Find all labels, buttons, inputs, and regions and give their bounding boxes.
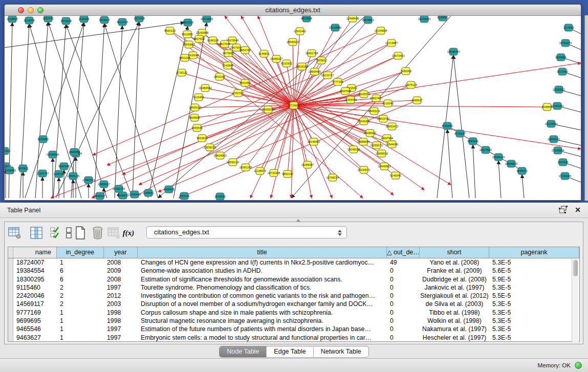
graph-node[interactable]: 14569117 (189, 104, 201, 111)
cell-in_degree[interactable]: 2 (57, 292, 104, 300)
graph-node[interactable]: 1622741 (42, 16, 53, 22)
network-window-titlebar[interactable]: citations_edges.txt (5, 5, 581, 16)
graph-node[interactable]: 1145190 (53, 170, 64, 178)
cell-out_degree[interactable]: 0 (387, 267, 420, 275)
cell-out_degree[interactable]: 0 (387, 309, 420, 317)
graph-node[interactable]: 9397548 (58, 163, 69, 170)
graph-node[interactable]: 12658125 (204, 144, 216, 151)
graph-node[interactable]: 1619433 (214, 193, 225, 200)
graph-node[interactable]: 9852140 (282, 170, 293, 178)
table-header-row[interactable]: namein_degreeyeartitle△ out_de…shortpage… (8, 247, 579, 258)
graph-node[interactable]: 17016504 (552, 147, 564, 154)
graph-node[interactable]: 2630690 (37, 136, 48, 143)
float-panel-icon[interactable] (559, 206, 568, 214)
cell-pagerank[interactable]: 5.3E-5 (489, 283, 579, 292)
cell-name[interactable]: 18300295 (13, 275, 57, 283)
graph-node[interactable]: 9875685 (223, 50, 233, 57)
graph-node[interactable]: 19384554 (199, 84, 211, 92)
graph-node[interactable]: 9699695 (189, 114, 200, 121)
graph-node[interactable]: 9245040 (390, 172, 401, 179)
graph-node[interactable]: 15824563 (214, 152, 226, 159)
table-row[interactable]: 977716911998Corpus callosum shape and si… (8, 309, 579, 317)
graph-node[interactable]: 3915911 (17, 165, 28, 172)
graph-node[interactable]: 15049230 (347, 146, 360, 153)
cell-name[interactable]: 22420046 (13, 292, 57, 300)
graph-node[interactable]: 11156863 (5, 167, 16, 174)
graph-node[interactable]: 8220301 (281, 60, 292, 67)
cell-title[interactable]: Estimation of significance thresholds fo… (138, 275, 387, 283)
table-settings-icon[interactable] (8, 226, 22, 240)
cell-in_degree[interactable]: 2 (57, 283, 104, 292)
column-header-pagerank[interactable]: pagerank (489, 247, 579, 258)
new-document-icon[interactable] (73, 226, 88, 240)
graph-node[interactable]: 2133805 (7, 16, 17, 23)
table-columns-icon[interactable] (29, 226, 43, 240)
graph-node[interactable]: 16961758 (306, 50, 318, 57)
graph-node[interactable]: 8605915 (117, 192, 128, 199)
graph-node[interactable]: 17104345 (559, 172, 571, 180)
graph-node[interactable]: 16154838 (375, 27, 387, 34)
graph-node[interactable]: 9827503 (193, 35, 204, 42)
table-row[interactable]: 911546021997Tourette syndrome. Phenomeno… (8, 283, 579, 292)
graph-node[interactable]: 10590120 (227, 159, 239, 166)
cell-year[interactable]: 1997 (104, 334, 138, 341)
cell-short[interactable]: Franke et al. (2009) (420, 267, 489, 275)
graph-node[interactable]: 7857224 (182, 19, 193, 26)
graph-node[interactable]: 17957253 (82, 177, 95, 184)
cell-pagerank[interactable]: 5.3E-5 (489, 325, 579, 333)
graph-node[interactable]: 12342757 (36, 170, 49, 177)
graph-node[interactable]: 18953472 (386, 123, 398, 130)
cell-in_degree[interactable]: 2 (57, 300, 104, 308)
graph-edge[interactable] (210, 105, 294, 147)
graph-node[interactable]: 8960123 (164, 27, 175, 34)
cell-year[interactable]: 1998 (104, 317, 138, 325)
graph-node[interactable]: 1125335 (78, 16, 89, 23)
cell-name[interactable]: 9699695 (13, 317, 57, 325)
graph-edge[interactable] (5, 23, 184, 48)
cell-short[interactable]: de Silva et al. (2003) (420, 300, 489, 308)
graph-node[interactable]: 12444150 (551, 102, 563, 110)
graph-node[interactable]: 16194672 (358, 166, 370, 173)
table-row[interactable]: 946554611997Estimation of the future num… (8, 325, 579, 333)
cell-name[interactable]: 18724007 (13, 258, 57, 267)
graph-node[interactable]: 16033809 (201, 16, 213, 23)
graph-node[interactable]: 16289357 (301, 161, 314, 168)
graph-node[interactable]: 18640910 (287, 38, 299, 46)
graph-edge[interactable] (522, 174, 524, 198)
graph-node[interactable]: 1167530 (557, 159, 568, 166)
cell-out_degree[interactable]: 0 (387, 334, 420, 341)
graph-node[interactable]: 14731908 (268, 169, 280, 177)
cell-name[interactable]: 14569117 (13, 300, 57, 308)
graph-node[interactable]: 9827548 (219, 40, 230, 48)
cell-pagerank[interactable]: 5.9E-5 (489, 275, 579, 283)
graph-node[interactable]: 10945903 (378, 163, 390, 170)
graph-node[interactable]: 9465627 (411, 97, 422, 104)
column-header-in_degree[interactable]: in_degree (57, 247, 104, 258)
tab-network-table[interactable]: Network Table (314, 346, 368, 357)
select-columns-icon[interactable] (49, 226, 63, 240)
cell-out_degree[interactable]: 0 (387, 275, 420, 283)
graph-node[interactable]: 6497568 (340, 87, 351, 95)
cell-in_degree[interactable]: 1 (57, 334, 104, 341)
cell-title[interactable]: Changes of HCN gene expression and I(f) … (138, 258, 387, 267)
cell-short[interactable]: Tibbo et al. (1998) (420, 309, 489, 317)
graph-node[interactable]: 2513418 (60, 17, 71, 25)
function-builder-icon[interactable]: f(x) (121, 226, 136, 240)
graph-node[interactable]: 9245012 (516, 167, 527, 174)
graph-edge[interactable] (51, 105, 294, 198)
cell-short[interactable]: Jankovic et al. (1997) (420, 283, 489, 292)
graph-node[interactable]: 1117053 (563, 24, 574, 31)
graph-node[interactable]: 7955812 (316, 57, 326, 64)
cell-short[interactable]: Wolkin et al. (1998) (420, 317, 489, 325)
cell-short[interactable]: Dudbridge et al. (2008) (420, 275, 489, 283)
table-row[interactable]: 969969511998Structural magnetic resonanc… (8, 317, 579, 325)
graph-node[interactable]: 10973493 (392, 52, 404, 59)
graph-node[interactable]: 16133154 (418, 16, 430, 23)
graph-edge[interactable] (498, 161, 501, 198)
graph-node[interactable]: 7251110 (179, 192, 190, 200)
close-panel-icon[interactable]: ✕ (575, 206, 581, 214)
graph-node[interactable]: 18245574 (358, 91, 370, 98)
table-row[interactable]: 2242004622012Investigating the contribut… (8, 292, 579, 300)
graph-node[interactable]: 8813054 (301, 16, 312, 22)
graph-node[interactable]: 8186328 (207, 37, 218, 44)
